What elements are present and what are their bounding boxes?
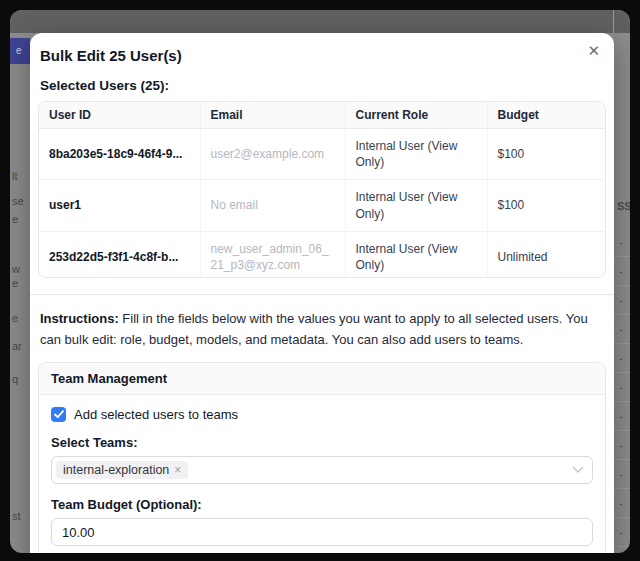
add-users-checkbox-label[interactable]: Add selected users to teams [74,407,238,422]
background-page-left-strip: eltseeweearqst [10,10,30,553]
selected-users-label: Selected Users (25): [40,78,606,93]
background-text-fragment: ar [12,340,30,352]
check-icon [54,410,64,419]
team-management-section: Team Management Add selected users to te… [38,362,606,553]
budget-helper-text: Leave empty for unlimited budget within … [51,551,593,553]
background-table-cell: - [614,402,630,431]
background-text-fragment: e [12,213,30,225]
cell-current-role: Internal User (View Only) [345,180,487,231]
add-users-checkbox[interactable] [51,407,66,422]
selected-users-table-scroll[interactable]: User IDEmailCurrent RoleBudget 8ba203e5-… [38,101,606,278]
cell-user-id: user1 [39,180,200,231]
background-text-fragment: se [12,195,30,207]
background-text-fragment: q [12,373,30,385]
cell-email: No email [200,180,345,231]
select-teams-input[interactable]: internal-exploration × [51,456,593,484]
background-text-fragment: w [12,263,30,275]
team-budget-label: Team Budget (Optional): [51,497,593,512]
cell-budget: $100 [487,129,605,180]
column-header: Email [200,102,345,129]
bulk-edit-modal: ✕ Bulk Edit 25 User(s) Selected Users (2… [30,33,614,553]
background-page-right-strip: SS ----------- [613,10,630,553]
background-column-header: SS [617,200,630,212]
cell-email: user2@example.com [200,129,345,180]
instructions-text: Instructions: Fill in the fields below w… [40,308,604,350]
section-divider [30,294,614,295]
background-page-top [10,10,630,33]
background-text-fragment: lt [12,170,30,182]
background-table-cell: - [614,228,630,257]
chevron-down-icon[interactable] [572,466,584,474]
close-icon[interactable]: ✕ [587,43,600,58]
table-row: user1No emailInternal User (View Only)$1… [39,180,605,231]
instructions-label: Instructions: [40,311,119,326]
background-button-fragment: e [10,38,30,64]
browser-viewport: eltseeweearqst SS ----------- ✕ Bulk Edi… [10,10,630,553]
background-text-fragment: st [12,510,30,522]
instructions-body: Fill in the fields below with the values… [40,311,588,347]
background-table-rows: ----------- [614,228,630,547]
cell-email: new_user_admin_06_21_p3@xyz.com [200,231,345,278]
background-table-cell: - [614,344,630,373]
background-table-cell: - [614,489,630,518]
background-table-cell: - [614,518,630,547]
column-header: Current Role [345,102,487,129]
background-table-cell: - [614,257,630,286]
select-teams-label: Select Teams: [51,435,593,450]
cell-budget: $100 [487,180,605,231]
column-header: User ID [39,102,200,129]
background-text-fragment: e [12,277,30,289]
background-table-cell: - [614,286,630,315]
background-table-cell: - [614,431,630,460]
modal-title: Bulk Edit 25 User(s) [40,47,606,64]
table-header-row: User IDEmailCurrent RoleBudget [39,102,605,129]
team-tag: internal-exploration × [56,461,188,479]
background-text-fragment: e [12,312,30,324]
background-table-cell: - [614,373,630,402]
team-tag-label: internal-exploration [63,463,169,477]
column-header: Budget [487,102,605,129]
cell-user-id: 253d22d5-f3f1-4c8f-b... [39,231,200,278]
background-table-cell: - [614,460,630,489]
cell-user-id: 8ba203e5-18c9-46f4-9... [39,129,200,180]
cell-budget: Unlimited [487,231,605,278]
selected-users-table: User IDEmailCurrent RoleBudget 8ba203e5-… [39,102,605,278]
background-table-cell: - [614,315,630,344]
cell-current-role: Internal User (View Only) [345,231,487,278]
table-row: 8ba203e5-18c9-46f4-9...user2@example.com… [39,129,605,180]
table-row: 253d22d5-f3f1-4c8f-b...new_user_admin_06… [39,231,605,278]
tag-remove-icon[interactable]: × [174,463,181,477]
team-budget-input[interactable] [51,518,593,546]
cell-current-role: Internal User (View Only) [345,129,487,180]
team-management-title: Team Management [39,363,605,395]
